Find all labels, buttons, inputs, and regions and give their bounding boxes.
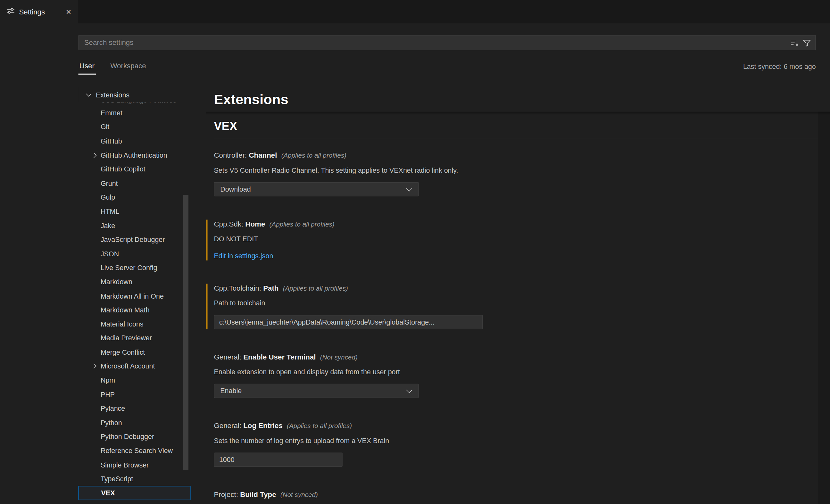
sidebar-item-github-copilot[interactable]: GitHub Copilot [78,162,190,176]
sidebar-item-label: Markdown All in One [101,292,164,300]
vscode-window: Settings ✕ [0,0,830,504]
sidebar-item-label: Markdown Math [101,306,150,314]
clear-search-filters-icon[interactable] [790,38,799,47]
setting-title: Cpp.Toolchain: Path(Applies to all profi… [214,284,830,293]
editor-tab-bar: Settings ✕ [0,0,830,23]
sidebar-item-simple-browser[interactable]: Simple Browser [78,458,190,472]
setting-description: Path to toolchain [214,298,830,308]
settings-body: VEX Controller: Channel(Applies to all p… [206,112,830,504]
sidebar-item-gulp[interactable]: Gulp [78,190,190,204]
sidebar-item-npm[interactable]: Npm [78,373,190,387]
sidebar-item-merge-conflict[interactable]: Merge Conflict [78,345,190,359]
setting-name: Path [263,284,279,292]
last-synced-label: Last synced: 6 mos ago [743,62,816,70]
sidebar-item-label: Jake [101,221,115,229]
toc-list: EmmetGitGitHubGitHub AuthenticationGitHu… [78,106,190,500]
search-bar [78,35,816,50]
setting-text-input[interactable]: 1000 [214,452,342,467]
sidebar-item-label: JavaScript Debugger [101,235,165,244]
sidebar-item-microsoft-account[interactable]: Microsoft Account [78,359,190,373]
close-icon[interactable]: ✕ [65,7,73,16]
setting-select[interactable]: Enable [214,384,418,398]
sidebar-item-grunt[interactable]: Grunt [78,176,190,190]
setting-scope: (Applies to all profiles) [269,221,334,228]
sidebar-item-github[interactable]: GitHub [78,134,190,148]
sidebar-item-typescript[interactable]: TypeScript [78,472,190,486]
text-input-value: 1000 [219,455,234,464]
chevron-right-icon [91,153,96,158]
setting-scope: (Applies to all profiles) [287,422,352,430]
search-input[interactable] [79,39,790,47]
setting-text-input[interactable]: c:\Users\jenna_juechter\AppData\Roaming\… [214,315,483,329]
settings-main: Extensions VEX Controller: Channel(Appli… [206,88,830,504]
sidebar-item-github-authentication[interactable]: GitHub Authentication [78,148,190,162]
setting-scope: (Not synced) [280,491,318,499]
section-title: VEX [214,120,830,139]
setting-name: Build Type [240,491,276,499]
setting-general-enable-user-terminal: General: Enable User Terminal(Not synced… [206,352,830,398]
sidebar-item-vex[interactable]: VEX [78,486,190,500]
sidebar-item-python-debugger[interactable]: Python Debugger [78,430,190,444]
sidebar-item-label: JSON [101,250,119,258]
setting-cpp-sdk-home: Cpp.Sdk: Home(Applies to all profiles)DO… [206,220,830,260]
sidebar-item-media-previewer[interactable]: Media Previewer [78,331,190,345]
setting-scope: (Applies to all profiles) [281,152,346,159]
sidebar-item-python[interactable]: Python [78,416,190,430]
sidebar-item-json[interactable]: JSON [78,247,190,261]
sidebar-item-label: Reference Search View [101,447,173,455]
sidebar-item-label: Emmet [101,109,122,117]
setting-general-log-entries: General: Log Entries(Applies to all prof… [206,421,830,467]
sidebar-item-label: Simple Browser [101,461,149,469]
sidebar-item-jake[interactable]: Jake [78,219,190,232]
setting-title: Cpp.Sdk: Home(Applies to all profiles) [214,220,830,229]
setting-name: Enable User Terminal [243,353,316,361]
setting-description: Sets V5 Controller Radio Channel. This s… [214,166,830,175]
sidebar-item-label: Npm [101,376,115,384]
setting-description: DO NOT EDIT [214,234,830,244]
setting-category: General: [214,353,243,361]
setting-scope: (Applies to all profiles) [283,285,348,292]
sidebar-item-label: Microsoft Account [101,363,155,370]
sidebar-item-label: Material Icons [101,320,143,328]
filter-icon[interactable] [802,38,811,47]
sidebar-item-pylance[interactable]: Pylance [78,402,190,416]
sidebar-item-live-server-config[interactable]: Live Server Config [78,261,190,275]
sidebar-item-extensions-root[interactable]: Extensions [78,88,190,102]
sidebar-item-markdown-math[interactable]: Markdown Math [78,303,190,317]
sidebar-item-markdown[interactable]: Markdown [78,275,190,289]
sidebar-item-emmet[interactable]: Emmet [78,106,190,120]
sidebar-item-label: Python Debugger [101,433,154,441]
tab-workspace[interactable]: Workspace [109,58,147,74]
toc-scrollbar-thumb[interactable] [183,195,189,470]
setting-scope: (Not synced) [320,354,358,361]
sidebar-item-reference-search-view[interactable]: Reference Search View [78,444,190,458]
sidebar-item-javascript-debugger[interactable]: JavaScript Debugger [78,232,190,247]
chevron-down-icon [406,185,412,191]
sidebar-item-label: Media Previewer [101,334,152,342]
setting-select[interactable]: Download [214,182,418,196]
edit-in-settings-json-link[interactable]: Edit in settings.json [214,252,273,260]
setting-name: Home [245,220,265,228]
tab-settings[interactable]: Settings ✕ [0,0,78,23]
chevron-down-icon [406,387,412,393]
sidebar-item-git[interactable]: Git [78,120,190,134]
sidebar-item-label: Grunt [101,180,118,187]
scroll-shadow [206,112,830,115]
setting-category: Project: [214,491,240,499]
setting-description: Enable extension to open and display dat… [214,367,830,377]
settings-editor-icon [7,7,15,17]
sidebar-item-label: Pylance [101,405,125,413]
select-value: Download [220,185,407,193]
page-title: Extensions [214,92,830,108]
sidebar-item-material-icons[interactable]: Material Icons [78,317,190,331]
tab-user[interactable]: User [78,58,96,74]
sidebar-item-php[interactable]: PHP [78,387,190,402]
sidebar-item-label: HTML [101,208,119,216]
sidebar-item-markdown-all-in-one[interactable]: Markdown All in One [78,289,190,303]
sidebar-item-label: Python [101,418,122,427]
main-scrollbar-gutter[interactable] [818,112,830,504]
sidebar-item-html[interactable]: HTML [78,204,190,219]
chevron-right-icon [91,364,96,369]
sidebar-item-label: PHP [101,390,115,399]
toc-root-label: Extensions [96,91,129,99]
